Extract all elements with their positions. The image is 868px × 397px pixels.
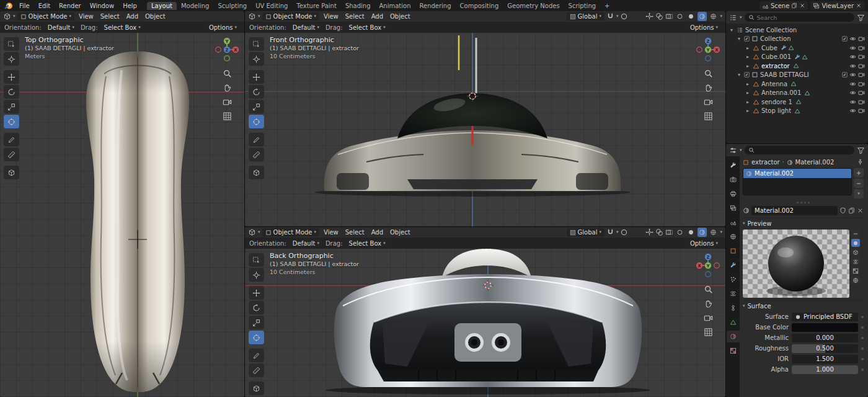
orientation-dropdown[interactable]: Default▾	[290, 24, 322, 32]
preview-sphere-button[interactable]	[851, 239, 860, 247]
tab-object-data[interactable]	[727, 316, 740, 328]
proportional-edit-icon[interactable]	[620, 228, 628, 236]
tab-modifiers[interactable]	[727, 259, 740, 271]
render-camera-icon[interactable]	[858, 35, 865, 42]
camera-view-button[interactable]	[704, 313, 713, 323]
camera-view-button[interactable]	[223, 97, 232, 107]
outliner-item-antenna[interactable]: ▸ Antenna	[726, 79, 868, 89]
overlays-toggle-icon[interactable]	[655, 12, 663, 20]
pan-hand-button[interactable]	[704, 299, 713, 308]
camera-view-button[interactable]	[704, 97, 713, 107]
preview-panel-header[interactable]: ▾ Preview	[743, 218, 864, 227]
material-slot-active[interactable]: Material.002	[743, 169, 851, 178]
hide-eye-icon[interactable]	[849, 99, 856, 105]
roughness-slider[interactable]: 0.500	[792, 344, 858, 353]
annotate-tool-button[interactable]	[249, 349, 264, 362]
mode-dropdown[interactable]: Object Mode▾	[262, 12, 320, 20]
orientation-dropdown[interactable]: Default▾	[45, 24, 78, 32]
properties-editor-icon[interactable]	[729, 146, 737, 154]
pan-hand-button[interactable]	[223, 83, 232, 92]
tab-material[interactable]	[727, 331, 740, 342]
menu-window[interactable]: Window	[86, 2, 118, 9]
unlink-icon[interactable]	[857, 207, 864, 214]
toggle-ortho-button[interactable]	[223, 112, 232, 121]
keyframe-dot[interactable]	[861, 337, 864, 339]
shading-rendered-button[interactable]	[709, 12, 718, 21]
outliner-item-saab-dettagli[interactable]: ▾ ✓ SAAB DETTAGLI ✓	[726, 71, 868, 80]
workspace-tab-shading[interactable]: Shading	[341, 2, 375, 10]
render-camera-icon[interactable]	[858, 99, 865, 105]
new-material-icon[interactable]	[848, 207, 855, 214]
options-dropdown[interactable]: Options▾	[687, 239, 721, 248]
tab-view-layer[interactable]	[727, 202, 740, 214]
workspace-tab-modeling[interactable]: Modeling	[177, 2, 214, 10]
editor-type-icon[interactable]	[3, 12, 11, 20]
keyframe-dot[interactable]	[861, 347, 864, 350]
outliner-item-cube[interactable]: ▸ Cube	[726, 43, 868, 53]
object-menu[interactable]: Object	[388, 13, 413, 20]
select-menu[interactable]: Select	[343, 13, 367, 20]
options-dropdown[interactable]: Options▾	[687, 24, 721, 32]
hide-eye-icon[interactable]	[849, 63, 856, 69]
shading-material-button[interactable]	[698, 228, 707, 237]
render-camera-icon[interactable]	[858, 53, 865, 60]
shading-rendered-button[interactable]	[709, 228, 718, 237]
expand-icon[interactable]: ▸	[745, 63, 751, 69]
xray-toggle-icon[interactable]	[665, 228, 673, 236]
material-name-field[interactable]	[751, 206, 838, 215]
alpha-slider[interactable]: 1.000	[792, 365, 858, 374]
cursor-tool-button[interactable]	[249, 268, 264, 282]
outliner-item-sendore-1[interactable]: ▸ sendore 1	[726, 97, 868, 107]
proportional-edit-icon[interactable]	[620, 12, 628, 20]
menu-render[interactable]: Render	[55, 2, 85, 9]
toggle-ortho-button[interactable]	[704, 112, 713, 121]
shading-solid-button[interactable]	[686, 228, 696, 237]
material-slot-list[interactable]: Material.002	[743, 168, 852, 195]
base-color-swatch[interactable]	[792, 323, 858, 332]
tab-render[interactable]	[727, 174, 740, 185]
remove-slot-button[interactable]	[854, 179, 864, 188]
add-slot-button[interactable]	[854, 168, 864, 177]
rotate-tool-button[interactable]	[249, 301, 264, 314]
hide-eye-icon[interactable]	[849, 107, 856, 114]
keyframe-dot[interactable]	[861, 326, 864, 329]
filter-icon[interactable]	[857, 14, 865, 22]
transform-tool-button[interactable]	[249, 115, 264, 128]
preview-cube-button[interactable]	[851, 248, 860, 256]
rotate-tool-button[interactable]	[4, 85, 19, 99]
navigation-gizmo[interactable]: Z X Y	[694, 35, 722, 64]
expand-icon[interactable]: ▸	[745, 108, 751, 114]
scale-tool-button[interactable]	[249, 100, 264, 114]
keyframe-dot[interactable]	[861, 368, 864, 371]
tab-constraints[interactable]	[727, 302, 740, 314]
add-cube-tool-button[interactable]	[249, 166, 264, 179]
editor-type-caret-icon[interactable]: ▾	[258, 230, 260, 234]
surface-shader-dropdown[interactable]: Principled BSDF	[792, 313, 858, 321]
hide-eye-icon[interactable]	[849, 81, 856, 87]
preview-flat-button[interactable]	[851, 230, 860, 238]
editor-caret-icon[interactable]: ▾	[740, 16, 742, 20]
keyframe-dot[interactable]	[861, 316, 864, 318]
shading-wireframe-button[interactable]	[675, 12, 684, 21]
render-camera-icon[interactable]	[858, 107, 865, 114]
workspace-tab-geometry-nodes[interactable]: Geometry Nodes	[503, 2, 564, 10]
viewport-front-canvas[interactable]: Front Orthographic (1) SAAB DETTAGLI | e…	[245, 33, 725, 226]
scale-tool-button[interactable]	[4, 100, 19, 114]
outliner-item-antenna-001[interactable]: ▸ Antenna.001	[726, 89, 868, 98]
transform-orientation-dropdown[interactable]: Global▾	[567, 228, 604, 236]
menu-file[interactable]: File	[16, 2, 33, 9]
exclude-checkbox[interactable]: ✓	[842, 36, 848, 42]
collection-checkbox[interactable]: ✓	[744, 36, 750, 42]
shading-material-button[interactable]	[698, 12, 707, 21]
outliner-item-collection[interactable]: ▾ ✓ Collection ✓	[726, 35, 868, 44]
hide-eye-icon[interactable]	[849, 53, 856, 60]
expand-icon[interactable]: ▸	[745, 81, 751, 87]
menu-edit[interactable]: Edit	[35, 2, 54, 9]
mode-dropdown[interactable]: Object Mode▾	[262, 228, 320, 236]
hide-eye-icon[interactable]	[849, 35, 856, 42]
outliner-item-stop-light[interactable]: ▸ Stop light	[726, 107, 868, 116]
annotate-tool-button[interactable]	[249, 133, 264, 146]
expand-icon[interactable]: ▾	[736, 72, 742, 78]
measure-tool-button[interactable]	[249, 364, 264, 377]
gizmos-toggle-icon[interactable]	[645, 228, 653, 236]
